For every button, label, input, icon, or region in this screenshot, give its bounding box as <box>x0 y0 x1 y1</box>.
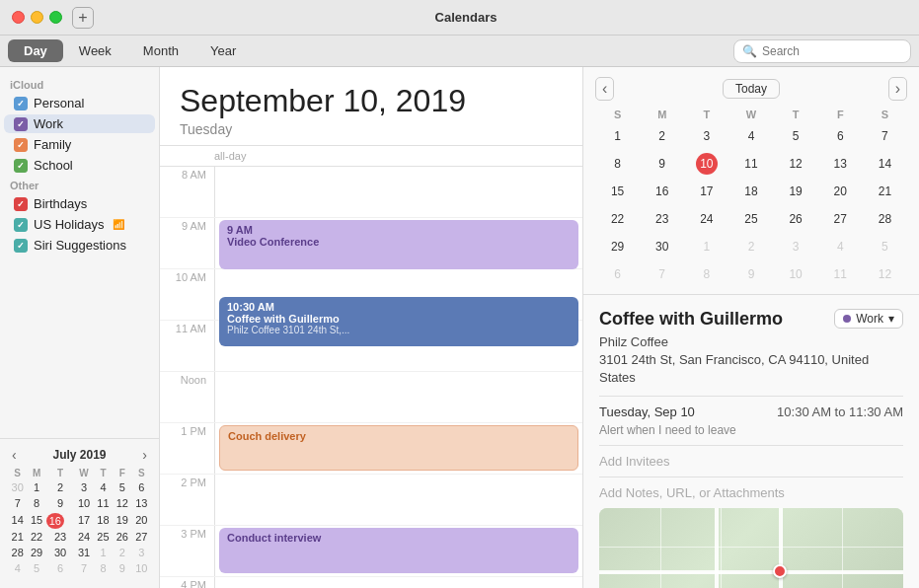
mini-cal-day[interactable]: 15 <box>27 511 45 529</box>
big-cal-day[interactable]: 24 <box>684 205 728 233</box>
add-notes[interactable]: Add Notes, URL, or Attachments <box>599 485 903 500</box>
big-cal-prev-button[interactable]: ‹ <box>595 77 614 101</box>
mini-cal-day[interactable]: 31 <box>74 545 93 560</box>
mini-cal-day[interactable]: 17 <box>74 511 93 529</box>
mini-cal-day[interactable]: 6 <box>46 560 75 576</box>
search-box[interactable]: 🔍 <box>733 39 911 63</box>
time-area[interactable] <box>214 167 582 217</box>
mini-cal-day[interactable]: 8 <box>27 495 45 511</box>
mini-cal-day[interactable]: 30 <box>46 545 75 560</box>
big-cal-day[interactable]: 19 <box>774 178 818 205</box>
big-cal-day[interactable]: 27 <box>818 205 863 233</box>
mini-cal-day[interactable]: 14 <box>8 511 27 529</box>
search-input[interactable] <box>762 44 902 58</box>
mini-cal-day[interactable]: 19 <box>113 511 131 529</box>
big-cal-day[interactable]: 29 <box>595 233 640 260</box>
mini-cal-day[interactable]: 13 <box>132 495 151 511</box>
tab-day[interactable]: Day <box>8 39 63 62</box>
time-grid[interactable]: 8 AM9 AM9 AMVideo Conference10 AM10:30 A… <box>160 167 582 588</box>
big-cal-day[interactable]: 16 <box>640 178 684 205</box>
big-cal-day[interactable]: 6 <box>595 260 640 288</box>
calendar-event[interactable]: 9 AMVideo Conference <box>219 220 578 269</box>
mini-cal-day[interactable]: 8 <box>94 560 113 576</box>
mini-cal-day[interactable]: 2 <box>113 545 131 560</box>
time-area[interactable]: Conduct interview <box>214 526 582 576</box>
work-checkbox[interactable]: ✓ <box>14 117 28 131</box>
sidebar-item-personal[interactable]: ✓ Personal <box>4 94 155 112</box>
mini-cal-day[interactable]: 7 <box>8 495 27 511</box>
big-cal-day[interactable]: 25 <box>728 205 773 233</box>
sidebar-item-family[interactable]: ✓ Family <box>4 135 155 154</box>
mini-cal-day[interactable]: 3 <box>132 545 151 560</box>
mini-cal-day[interactable]: 1 <box>94 545 113 560</box>
us-holidays-checkbox[interactable]: ✓ <box>14 218 28 232</box>
mini-cal-day[interactable]: 29 <box>27 545 45 560</box>
big-cal-day[interactable]: 7 <box>640 260 684 288</box>
mini-cal-day[interactable]: 27 <box>132 529 151 545</box>
mini-cal-day[interactable]: 4 <box>8 560 27 576</box>
calendar-event[interactable]: Conduct interview <box>219 528 578 573</box>
tab-year[interactable]: Year <box>194 39 252 62</box>
time-area[interactable] <box>214 321 582 371</box>
big-cal-day[interactable]: 23 <box>640 205 684 233</box>
mini-cal-day[interactable]: 3 <box>74 479 93 495</box>
big-cal-day[interactable]: 20 <box>818 178 863 205</box>
mini-cal-day[interactable]: 6 <box>132 479 151 495</box>
big-cal-day[interactable]: 15 <box>595 178 640 205</box>
mini-cal-prev-button[interactable]: ‹ <box>8 447 21 463</box>
event-calendar-badge[interactable]: Work ▾ <box>834 309 903 329</box>
mini-cal-day[interactable]: 7 <box>74 560 93 576</box>
big-cal-day[interactable]: 14 <box>863 150 907 178</box>
big-cal-day[interactable]: 4 <box>728 122 773 150</box>
big-cal-day[interactable]: 4 <box>818 233 863 260</box>
sidebar-item-school[interactable]: ✓ School <box>4 156 155 175</box>
mini-cal-day[interactable]: 21 <box>8 529 27 545</box>
time-area[interactable]: 10:30 AMCoffee with GuillermoPhilz Coffe… <box>214 269 582 320</box>
big-cal-day[interactable]: 11 <box>728 150 773 178</box>
mini-cal-day[interactable]: 12 <box>113 495 131 511</box>
school-checkbox[interactable]: ✓ <box>14 159 28 173</box>
big-cal-day[interactable]: 21 <box>863 178 907 205</box>
mini-cal-day[interactable]: 5 <box>113 479 131 495</box>
big-cal-day[interactable]: 8 <box>595 150 640 178</box>
big-cal-day[interactable]: 10 <box>774 260 818 288</box>
mini-cal-day[interactable]: 23 <box>46 529 75 545</box>
mini-cal-day[interactable]: 22 <box>27 529 45 545</box>
big-cal-day[interactable]: 28 <box>863 205 907 233</box>
big-cal-day[interactable]: 3 <box>774 233 818 260</box>
big-cal-day[interactable]: 18 <box>728 178 773 205</box>
time-area[interactable]: 9 AMVideo Conference <box>214 218 582 268</box>
sidebar-item-siri-suggestions[interactable]: ✓ Siri Suggestions <box>4 236 155 255</box>
big-cal-day[interactable]: 5 <box>863 233 907 260</box>
personal-checkbox[interactable]: ✓ <box>14 97 28 110</box>
big-cal-next-button[interactable]: › <box>888 77 907 101</box>
big-cal-day[interactable]: 1 <box>684 233 728 260</box>
big-cal-day[interactable]: 13 <box>818 150 863 178</box>
big-cal-day[interactable]: 17 <box>684 178 728 205</box>
siri-checkbox[interactable]: ✓ <box>14 239 28 253</box>
mini-cal-day[interactable]: 1 <box>27 479 45 495</box>
big-cal-day[interactable]: 12 <box>863 260 907 288</box>
big-cal-day[interactable]: 11 <box>818 260 863 288</box>
big-cal-day[interactable]: 2 <box>728 233 773 260</box>
mini-cal-day[interactable]: 10 <box>132 560 151 576</box>
mini-cal-day[interactable]: 11 <box>94 495 113 511</box>
mini-cal-day[interactable]: 2 <box>46 479 75 495</box>
tab-week[interactable]: Week <box>63 39 127 62</box>
time-area[interactable] <box>214 577 582 588</box>
big-cal-day[interactable]: 12 <box>774 150 818 178</box>
big-cal-day[interactable]: 5 <box>774 122 818 150</box>
big-cal-day[interactable]: 7 <box>863 122 907 150</box>
big-cal-day[interactable]: 30 <box>640 233 684 260</box>
big-cal-day[interactable]: 6 <box>818 122 863 150</box>
mini-cal-next-button[interactable]: › <box>138 447 151 463</box>
big-cal-day[interactable]: 1 <box>595 122 640 150</box>
big-cal-day[interactable]: 2 <box>640 122 684 150</box>
time-area[interactable]: Couch delivery <box>214 423 582 474</box>
mini-cal-day[interactable]: 24 <box>74 529 93 545</box>
mini-cal-day[interactable]: 26 <box>113 529 131 545</box>
family-checkbox[interactable]: ✓ <box>14 138 28 152</box>
big-cal-day[interactable]: 10 <box>684 150 728 178</box>
big-cal-today-button[interactable]: Today <box>723 79 780 99</box>
big-cal-day[interactable]: 8 <box>684 260 728 288</box>
